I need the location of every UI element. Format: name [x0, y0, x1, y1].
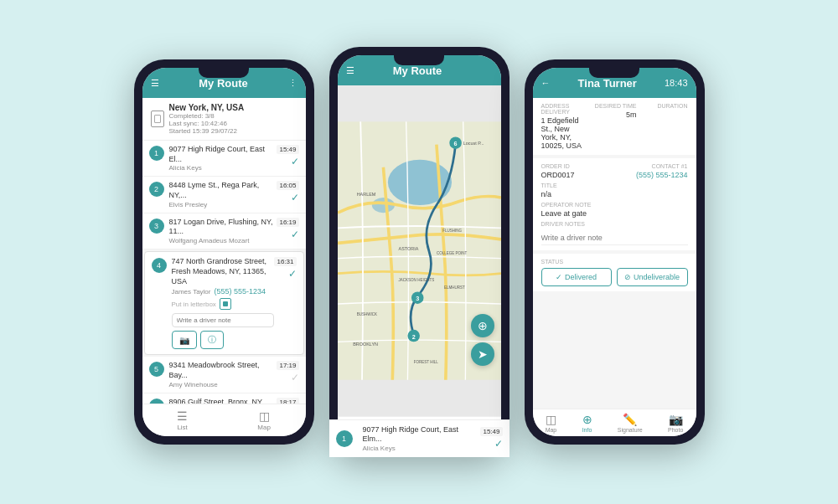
- map-stop-num: 1: [338, 430, 353, 447]
- stop-item-3[interactable]: 3 817 Logan Drive, Flushing, NY, 11... W…: [142, 213, 306, 249]
- svg-text:2: 2: [411, 333, 415, 341]
- svg-text:HARLEM: HARLEM: [356, 192, 375, 197]
- svg-text:BROOKLYN: BROOKLYN: [353, 342, 378, 347]
- map-stop-time: 15:49: [480, 427, 500, 436]
- detail-footer-signature[interactable]: ✏️ Signature: [618, 413, 643, 433]
- letterbox-label: Put in letterbox: [172, 301, 216, 308]
- stop-time-2: 16:05: [277, 181, 298, 190]
- svg-text:ASTORIA: ASTORIA: [398, 247, 418, 252]
- detail-photo-icon: 📷: [669, 413, 683, 426]
- map-stop-addr: 9077 High Ridge Court, East Elm...: [363, 425, 476, 445]
- stop-item-1[interactable]: 1 9077 High Ridge Court, East El... Alic…: [142, 141, 306, 177]
- stop-num-5: 5: [149, 362, 164, 377]
- title-label: Title: [541, 183, 688, 188]
- driver-note-input-4[interactable]: [172, 313, 275, 327]
- stop-time-1: 15:49: [277, 145, 298, 154]
- order-id-label: Order ID: [541, 163, 612, 169]
- map-stop-check: ✓: [494, 438, 501, 449]
- operator-label: Operator Note: [541, 202, 688, 208]
- map-stop-person: Alicia Keys: [363, 445, 476, 449]
- map-menu-icon[interactable]: ☰: [346, 65, 354, 76]
- stop-person-5: Amy Winehouse: [169, 381, 277, 388]
- detail-footer-map[interactable]: ◫ Map: [546, 413, 557, 433]
- stop-item-4[interactable]: 4 747 North Grandrose Street, Fresh Mead…: [144, 251, 304, 355]
- stop-person-4: James Taylor: [172, 288, 211, 296]
- detail-info-icon: ⊕: [582, 413, 592, 426]
- stop-item-5[interactable]: 5 9341 Meadowbrook Street, Bay... Amy Wi…: [142, 357, 306, 393]
- letterbox-checkbox[interactable]: [220, 298, 231, 310]
- svg-text:FOREST HILL: FOREST HILL: [413, 360, 438, 364]
- desired-time-label: Desired Time: [592, 103, 637, 109]
- address-section: Address Delivery 1 Edgefield St., New Yo…: [533, 98, 696, 155]
- list-label: List: [177, 424, 187, 431]
- phone-detail: ← Tina Turner 18:43 Address Delivery 1 E…: [525, 59, 705, 445]
- camera-action-btn[interactable]: 📷: [172, 331, 197, 349]
- contact-phone[interactable]: (555) 555-1234: [618, 171, 688, 179]
- notch: [199, 68, 249, 78]
- duration-label: Duration: [644, 103, 688, 109]
- stop-addr-6: 8906 Gulf Street, Bronx, NY, 104...: [169, 398, 277, 404]
- map-title: My Route: [354, 64, 481, 77]
- stops-list: 1 9077 High Ridge Court, East El... Alic…: [142, 141, 306, 404]
- info-action-btn[interactable]: ⓘ: [200, 331, 224, 349]
- location-started: Started 15:39 29/07/22: [169, 127, 245, 135]
- list-icon: ☰: [177, 409, 188, 423]
- stop-addr-5: 9341 Meadowbrook Street, Bay...: [169, 361, 277, 380]
- stop-item-2[interactable]: 2 8448 Lyme St., Rega Park, NY,... Elvis…: [142, 177, 306, 213]
- detail-signature-label: Signature: [618, 427, 643, 433]
- status-section: Status ✓ Delivered ⊘ Undeliverable: [533, 254, 696, 291]
- more-options-icon[interactable]: ⋮: [288, 78, 297, 89]
- footer-list-btn[interactable]: ☰ List: [170, 408, 194, 433]
- back-icon[interactable]: ←: [541, 78, 551, 88]
- stop-num-3: 3: [149, 219, 164, 234]
- navigate-fab[interactable]: ➤: [471, 342, 494, 366]
- stop-person-3: Wolfgang Amadeus Mozart: [169, 237, 277, 244]
- detail-photo-label: Photo: [668, 427, 683, 433]
- menu-icon[interactable]: ☰: [151, 78, 159, 89]
- status-label: Status: [541, 259, 688, 265]
- undeliverable-btn[interactable]: ⊘ Undeliverable: [617, 268, 688, 286]
- location-name: New York, NY, USA: [169, 103, 245, 112]
- svg-text:BUSHWICK: BUSHWICK: [356, 312, 376, 316]
- stop-phone-4[interactable]: (555) 555-1234: [214, 287, 266, 296]
- map-svg: 6 3 2 HARLEM ASTORIA JACKSON HEIGHTS FLU…: [338, 85, 501, 416]
- notch-3: [589, 68, 639, 78]
- map-label: Map: [257, 424, 271, 431]
- stop-time-5: 17:19: [277, 361, 298, 370]
- stop-item-6[interactable]: 6 8906 Gulf Street, Bronx, NY, 104... Er…: [142, 393, 306, 404]
- detail-footer-info[interactable]: ⊕ Info: [582, 413, 592, 433]
- map-icon: ◫: [259, 409, 270, 423]
- svg-text:3: 3: [416, 295, 419, 302]
- phone-list: ☰ My Route ⋮ New York, NY, USA Completed…: [134, 59, 314, 445]
- order-section: Order ID ORD0017 Contact #1 (555) 555-12…: [533, 158, 696, 250]
- stop-check-1: ✓: [291, 156, 299, 167]
- stop-time-3: 16:19: [277, 218, 298, 227]
- stop-num-1: 1: [149, 146, 164, 161]
- list-title: My Route: [159, 77, 288, 90]
- delivered-btn[interactable]: ✓ Delivered: [541, 268, 613, 286]
- map-view[interactable]: 6 3 2 HARLEM ASTORIA JACKSON HEIGHTS FLU…: [338, 85, 501, 416]
- title-value: n/a: [541, 190, 688, 198]
- stop-addr-3: 817 Logan Drive, Flushing, NY, 11...: [169, 218, 277, 237]
- svg-point-1: [387, 160, 451, 205]
- stop-person-2: Elvis Presley: [169, 201, 277, 208]
- stop-person-1: Alicia Keys: [169, 164, 277, 172]
- detail-footer-photo[interactable]: 📷 Photo: [668, 413, 683, 433]
- svg-text:ELMHURST: ELMHURST: [443, 285, 464, 290]
- map-stop-info[interactable]: 1 9077 High Ridge Court, East Elm... Ali…: [338, 419, 501, 449]
- map-fabs: ⊕ ➤: [471, 314, 494, 366]
- detail-footer: ◫ Map ⊕ Info ✏️ Signature 📷 Photo: [533, 409, 696, 436]
- phone-map: ☰ My Route: [329, 47, 510, 457]
- svg-text:6: 6: [453, 140, 457, 147]
- detail-title: Tina Turner: [551, 77, 665, 90]
- svg-text:Locust P...: Locust P...: [463, 141, 484, 146]
- locate-fab[interactable]: ⊕: [471, 314, 494, 337]
- detail-info-label: Info: [582, 427, 592, 433]
- stop-addr-4: 747 North Grandrose Street, Fresh Meadow…: [172, 257, 275, 286]
- footer-map-btn[interactable]: ◫ Map: [251, 408, 277, 433]
- driver-note-input[interactable]: [541, 231, 688, 245]
- detail-map-icon: ◫: [546, 413, 556, 426]
- stop-num-2: 2: [149, 182, 164, 197]
- stop-time-6: 18:17: [277, 398, 298, 404]
- operator-value: Leave at gate: [541, 209, 688, 218]
